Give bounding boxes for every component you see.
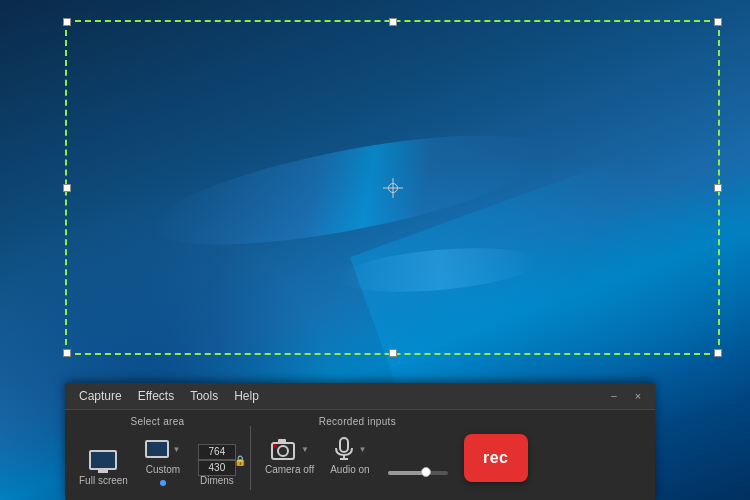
custom-label: Custom <box>146 464 180 475</box>
menu-bar: Capture Effects Tools Help − × <box>65 383 655 410</box>
monitor-icon <box>89 450 117 470</box>
handle-bottom-right[interactable] <box>714 349 722 357</box>
handle-top-left[interactable] <box>63 18 71 26</box>
svg-point-3 <box>273 444 277 448</box>
custom-icon-wrap: ▼ <box>147 437 179 461</box>
record-button[interactable]: rec <box>464 434 528 482</box>
custom-button[interactable]: ▼ Custom <box>138 433 188 490</box>
custom-active-dot <box>160 480 166 486</box>
svg-point-1 <box>278 446 288 456</box>
crosshair-circle <box>388 183 398 193</box>
toolbar-content: Select area Full screen ▼ <box>65 410 655 500</box>
svg-rect-4 <box>340 438 348 452</box>
camera-icon-row: ▼ <box>270 438 309 460</box>
recorded-inputs-section: Recorded inputs <box>259 416 456 490</box>
camera-dropdown-arrow: ▼ <box>301 445 309 454</box>
svg-rect-2 <box>278 439 286 444</box>
audio-dropdown-arrow: ▼ <box>358 445 366 454</box>
custom-icon-row: ▼ <box>145 440 180 458</box>
handle-middle-right[interactable] <box>714 184 722 192</box>
dimens-label: Dimens <box>200 475 234 486</box>
custom-monitor-icon <box>145 440 169 458</box>
volume-thumb[interactable] <box>421 467 431 477</box>
toolbar-panel: Capture Effects Tools Help − × Select ar… <box>65 383 655 500</box>
selection-area[interactable] <box>65 20 720 355</box>
camera-icon-container <box>270 438 298 460</box>
minimize-button[interactable]: − <box>605 387 623 405</box>
recorded-inputs-label: Recorded inputs <box>319 416 396 427</box>
handle-bottom-left[interactable] <box>63 349 71 357</box>
select-area-section: Select area Full screen ▼ <box>73 416 242 490</box>
handle-middle-left[interactable] <box>63 184 71 192</box>
volume-slider[interactable] <box>388 471 448 475</box>
full-screen-label: Full screen <box>79 475 128 486</box>
dimensions-input: 764 430 🔒 <box>198 444 236 476</box>
menu-capture[interactable]: Capture <box>73 387 128 405</box>
handle-top-center[interactable] <box>389 18 397 26</box>
audio-icon-wrap: ▼ <box>334 437 366 461</box>
menu-effects[interactable]: Effects <box>132 387 180 405</box>
lock-icon: 🔒 <box>234 455 246 466</box>
rec-label: rec <box>483 449 509 467</box>
handle-bottom-center[interactable] <box>389 349 397 357</box>
handle-top-right[interactable] <box>714 18 722 26</box>
mic-svg-icon <box>333 437 355 461</box>
full-screen-button[interactable]: Full screen <box>73 444 134 490</box>
select-area-buttons: Full screen ▼ Custom <box>73 433 242 490</box>
menu-help[interactable]: Help <box>228 387 265 405</box>
dim-width[interactable]: 764 <box>198 444 236 460</box>
select-area-label: Select area <box>131 416 185 427</box>
menu-items: Capture Effects Tools Help <box>73 387 605 405</box>
audio-button[interactable]: ▼ Audio on <box>324 433 375 479</box>
volume-slider-wrap <box>380 449 456 479</box>
camera-icon-wrap: ▼ <box>274 437 306 461</box>
camera-label: Camera off <box>265 464 314 475</box>
recorded-inputs-buttons: ▼ Camera off <box>259 433 456 479</box>
camera-button[interactable]: ▼ Camera off <box>259 433 320 479</box>
menu-tools[interactable]: Tools <box>184 387 224 405</box>
dimensions-button[interactable]: 764 430 🔒 Dimens <box>192 444 242 490</box>
custom-dropdown-arrow: ▼ <box>172 445 180 454</box>
audio-icon-row: ▼ <box>333 437 366 461</box>
dimensions-icon-wrap: 764 430 🔒 <box>201 448 233 472</box>
full-screen-icon-wrap <box>87 448 119 472</box>
menu-controls: − × <box>605 387 647 405</box>
dim-height[interactable]: 430 <box>198 460 236 476</box>
crosshair <box>383 178 403 198</box>
audio-label: Audio on <box>330 464 369 475</box>
close-button[interactable]: × <box>629 387 647 405</box>
camera-svg-icon <box>270 438 298 460</box>
section-divider <box>250 426 251 490</box>
